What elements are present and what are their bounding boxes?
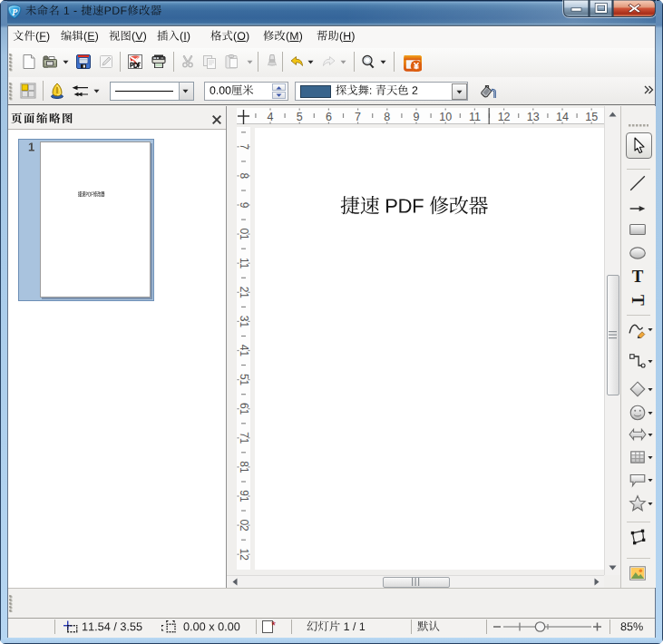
svg-text:*: * — [271, 620, 276, 632]
svg-text:T: T — [629, 295, 647, 306]
svg-text:5: 5 — [297, 111, 303, 123]
svg-text:T: T — [632, 267, 644, 285]
svg-text:4: 4 — [268, 111, 274, 123]
svg-text:6: 6 — [326, 111, 332, 123]
svg-text:12: 12 — [498, 111, 511, 123]
svg-text:7: 7 — [355, 111, 361, 123]
svg-text:15: 15 — [585, 111, 598, 123]
svg-text:P: P — [11, 7, 17, 17]
svg-text:8: 8 — [384, 111, 390, 123]
svg-text:13: 13 — [527, 111, 540, 123]
svg-text:14: 14 — [556, 111, 569, 123]
svg-text:10: 10 — [439, 111, 452, 123]
svg-text:11: 11 — [469, 111, 481, 123]
svg-text:9: 9 — [414, 111, 420, 123]
